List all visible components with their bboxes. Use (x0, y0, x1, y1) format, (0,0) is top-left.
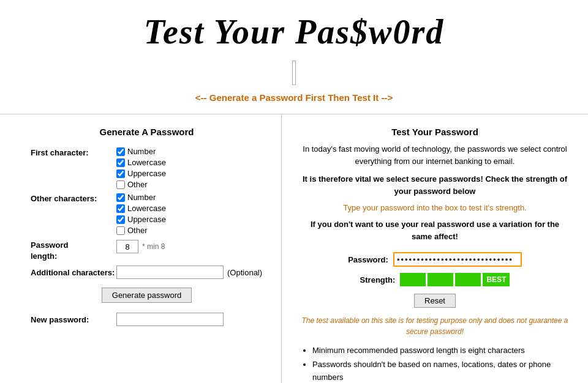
strength-segment-1 (400, 273, 426, 286)
generate-password-button[interactable]: Generate password (102, 288, 192, 303)
fc-uppercase-checkbox[interactable] (116, 169, 125, 178)
reset-button[interactable]: Reset (414, 294, 456, 308)
oc-other-checkbox[interactable] (116, 226, 125, 235)
first-character-row: First character: Number Lowercase Upperc… (31, 147, 263, 189)
password-length-controls: * min 8 (116, 240, 165, 253)
strength-row: Strength: BEST (300, 273, 570, 286)
test-type-hint: Type your password into the box to test … (300, 203, 570, 212)
generate-panel-title: Generate A Password (31, 127, 263, 137)
additional-characters-controls: (Optional) (116, 266, 262, 279)
fc-number-item[interactable]: Number (116, 147, 166, 156)
disclaimer: The test available on this site is for t… (300, 315, 570, 337)
new-password-input[interactable] (116, 313, 224, 326)
test-panel: Test Your Password In today's fast movin… (282, 114, 588, 383)
new-password-row: New password: (31, 313, 263, 326)
first-character-label: First character: (31, 147, 116, 157)
generate-btn-row: Generate password (31, 288, 263, 303)
strength-label: Strength: (360, 275, 396, 284)
fc-uppercase-item[interactable]: Uppercase (116, 169, 166, 178)
page-title: Test Your Pas$w0rd (0, 0, 588, 58)
generate-hint: <-- Generate a Password First Then Test … (0, 92, 588, 103)
first-character-checkboxes: Number Lowercase Uppercase Other (116, 147, 166, 189)
fc-lowercase-label: Lowercase (127, 158, 166, 167)
top-password-bar[interactable] (0, 61, 588, 85)
generate-panel: Generate A Password First character: Num… (0, 114, 282, 383)
password-test-input[interactable] (393, 252, 522, 267)
fc-other-label: Other (127, 180, 148, 189)
oc-other-item[interactable]: Other (116, 226, 166, 235)
oc-lowercase-label: Lowercase (127, 204, 166, 213)
fc-lowercase-item[interactable]: Lowercase (116, 158, 166, 167)
password-test-label: Password: (348, 255, 388, 264)
optional-note: (Optional) (227, 268, 262, 277)
fc-number-checkbox[interactable] (116, 147, 125, 156)
tip-2: Passwords shouldn't be based on names, l… (312, 359, 570, 383)
test-panel-title: Test Your Password (300, 127, 570, 137)
tips-list: Minimum recommended password length is e… (312, 344, 570, 383)
new-password-label: New password: (31, 315, 116, 324)
other-characters-checkboxes: Number Lowercase Uppercase Other (116, 193, 166, 235)
oc-number-checkbox[interactable] (116, 193, 125, 202)
reset-btn-row: Reset (300, 294, 570, 308)
strength-best: BEST (483, 273, 510, 286)
password-test-row: Password: (300, 252, 570, 267)
fc-other-item[interactable]: Other (116, 180, 166, 189)
fc-uppercase-label: Uppercase (127, 169, 166, 178)
test-vital: It is therefore vital we select secure p… (300, 173, 570, 197)
additional-characters-input[interactable] (116, 266, 224, 279)
oc-lowercase-checkbox[interactable] (116, 204, 125, 213)
top-password-input[interactable] (292, 61, 296, 85)
strength-bar: BEST (400, 273, 510, 286)
tip-1: Minimum recommended password length is e… (312, 344, 570, 357)
password-length-label: Passwordlength: (31, 240, 116, 262)
other-characters-label: Other characters: (31, 193, 116, 203)
additional-characters-row: Additional characters: (Optional) (31, 266, 263, 279)
oc-uppercase-checkbox[interactable] (116, 215, 125, 224)
oc-other-label: Other (127, 226, 148, 235)
password-length-row: Passwordlength: * min 8 (31, 240, 263, 262)
fc-other-checkbox[interactable] (116, 180, 125, 189)
oc-uppercase-label: Uppercase (127, 215, 166, 224)
fc-number-label: Number (127, 147, 156, 156)
other-characters-row: Other characters: Number Lowercase Upper… (31, 193, 263, 235)
main-layout: Generate A Password First character: Num… (0, 114, 588, 383)
password-length-input[interactable] (116, 240, 138, 253)
strength-segment-3 (455, 273, 481, 286)
oc-number-item[interactable]: Number (116, 193, 166, 202)
test-variation: If you don't want to use your real passw… (300, 218, 570, 242)
oc-number-label: Number (127, 193, 156, 202)
fc-lowercase-checkbox[interactable] (116, 158, 125, 167)
strength-segment-2 (428, 273, 453, 286)
test-description: In today's fast moving world of technolo… (300, 143, 570, 167)
additional-characters-label: Additional characters: (31, 268, 116, 277)
oc-uppercase-item[interactable]: Uppercase (116, 215, 166, 224)
password-length-min-note: * min 8 (142, 242, 165, 251)
oc-lowercase-item[interactable]: Lowercase (116, 204, 166, 213)
